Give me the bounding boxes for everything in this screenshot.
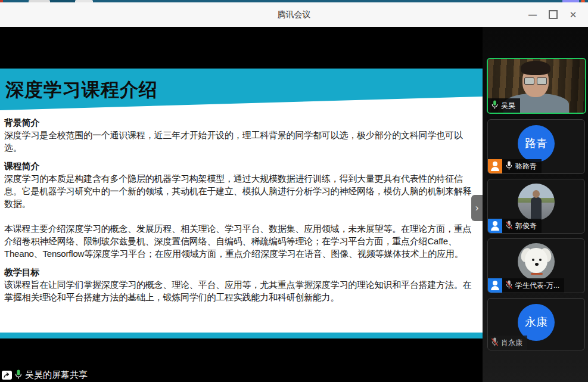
participant-label: 吴昊 — [488, 98, 520, 113]
person-glyph-body — [491, 286, 499, 290]
slide-text: 背景简介 深度学习是全校范围的一个通识课程，近三年才开始开设的，理工科背景的同学… — [4, 116, 479, 303]
section-heading: 课程简介 — [4, 160, 479, 172]
person-icon — [488, 219, 502, 233]
participant-name: 学生代表-万... — [515, 281, 559, 291]
close-button[interactable]: ✕ — [563, 2, 583, 27]
participant-tile-xueshengdaibiao[interactable]: 学生代表-万... — [487, 238, 585, 293]
person-hair — [521, 61, 550, 75]
sidebar-collapse-handle[interactable]: › — [471, 195, 483, 221]
participant-name: 郭俊奇 — [515, 221, 537, 231]
participant-label: 学生代表-万... — [488, 278, 564, 293]
person-glyph-head — [493, 281, 497, 285]
section-heading: 背景简介 — [4, 116, 479, 129]
avatar-photo — [518, 184, 555, 220]
chevron-right-icon: › — [475, 202, 479, 214]
participant-name: 吴昊 — [501, 101, 515, 111]
dog-eye — [532, 259, 534, 261]
photo-person-head — [533, 190, 540, 198]
microphone-muted-icon — [505, 280, 513, 291]
photo-person-body — [531, 197, 542, 220]
participant-label: 骆路青 — [488, 159, 542, 173]
section-paragraph: 深度学习是全校范围的一个通识课程，近三年才开始开设的，理工科背景的同学都可以选，… — [4, 129, 479, 154]
person-icon — [488, 278, 502, 293]
slide-title: 深度学习课程介绍 — [5, 77, 158, 103]
person-glyph-head — [493, 221, 497, 226]
section-paragraph: 本课程主要介绍深度学习的概念、发展历程、相关理论、学习平台、数据集、应用领域，未… — [4, 222, 479, 260]
participant-tile-guojunqi[interactable]: 郭俊奇 — [487, 179, 585, 234]
participant-tile-xiaoyongkang[interactable]: 永康 肖永康 — [487, 298, 585, 350]
meeting-window: 腾讯会议 — ✕ 深度学习课程介绍 背景简介 深度学习是全校范围的一个通识课程，… — [0, 0, 588, 382]
dog-face — [525, 248, 547, 273]
maximize-button[interactable] — [543, 2, 563, 27]
participants-sidebar: 吴昊 路青 骆路青 — [483, 27, 588, 382]
maximize-icon — [549, 10, 558, 19]
window-controls: — ✕ — [522, 2, 583, 27]
participant-name: 骆路青 — [515, 162, 537, 172]
window-title: 腾讯会议 — [0, 2, 588, 27]
participant-tile-wuhao[interactable]: 吴昊 — [487, 58, 586, 114]
share-indicator-label: 吴昊的屏幕共享 — [25, 369, 88, 381]
participant-label: 肖永康 — [488, 336, 527, 350]
microphone-muted-icon — [491, 337, 499, 348]
person-glyph-body — [491, 167, 499, 171]
dog-nose — [535, 263, 539, 266]
slide-footer-bar — [0, 333, 483, 338]
screen-share-view: 深度学习课程介绍 背景简介 深度学习是全校范围的一个通识课程，近三年才开始开设的… — [0, 27, 483, 382]
person-glyph-body — [491, 226, 499, 231]
microphone-muted-icon — [505, 220, 513, 231]
screen-share-arrow-icon — [2, 371, 12, 380]
section-heading: 教学目标 — [4, 266, 479, 278]
dog-eye — [539, 259, 542, 261]
participant-tile-luoluqing[interactable]: 路青 骆路青 — [487, 119, 585, 174]
section-paragraph: 深度学习的本质是构建含有多个隐层的机器学习构架模型，通过大规模数据进行训练，得到… — [4, 172, 479, 210]
titlebar: 腾讯会议 — ✕ — [0, 2, 588, 27]
section-paragraph: 该课程旨在让同学们掌握深度学习的概念、理论、平台、应用等，尤其重点掌握深度学习的… — [4, 278, 479, 303]
avatar: 路青 — [518, 125, 555, 162]
minimize-button[interactable]: — — [522, 2, 543, 27]
avatar-photo-dog — [518, 243, 555, 280]
person-glasses — [524, 77, 547, 85]
participant-name: 肖永康 — [501, 338, 522, 348]
microphone-icon — [505, 161, 513, 172]
microphone-icon — [14, 369, 23, 381]
person-glyph-head — [493, 162, 497, 166]
glasses-lens — [537, 77, 547, 85]
participant-label: 郭俊奇 — [488, 219, 542, 233]
microphone-icon — [491, 100, 499, 111]
person-icon — [488, 159, 502, 173]
dog-collar — [531, 273, 543, 275]
share-indicator: 吴昊的屏幕共享 — [2, 369, 88, 381]
glasses-lens — [524, 77, 534, 85]
